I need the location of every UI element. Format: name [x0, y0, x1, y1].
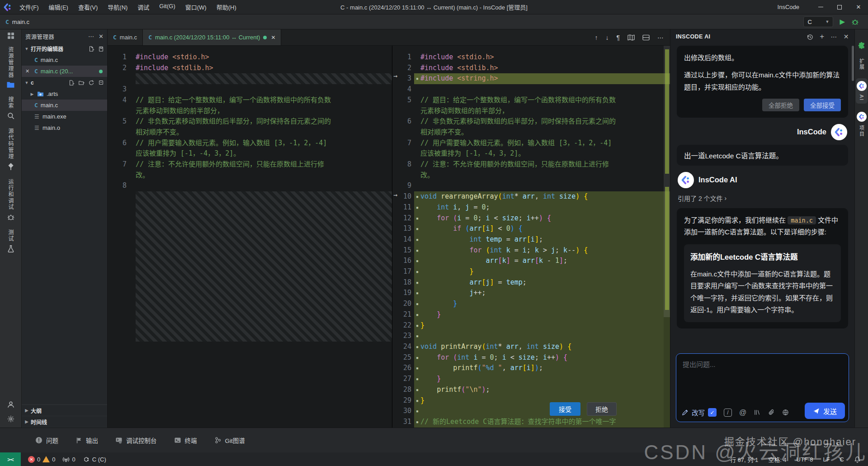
panel-tab-git-graph[interactable]: Git图谱	[214, 436, 245, 445]
code-line-modified-18[interactable]: 18▪ arr[j] = temp;	[392, 277, 670, 288]
notifications-bell-icon[interactable]	[854, 456, 861, 463]
code-line-modified-12[interactable]: 12▪ for (i = 0; i < size; i++) {	[392, 213, 670, 224]
language-select[interactable]: C ▼	[803, 16, 833, 27]
ai-panel-scrollbar[interactable]	[852, 46, 854, 81]
open-file-icon[interactable]	[627, 34, 635, 41]
code-line-modified-19[interactable]: 19▪ j++;	[392, 288, 670, 299]
previous-change-icon[interactable]: ↑	[594, 34, 598, 41]
sidebar-item-run-and-debug[interactable]: 运行和调试	[7, 177, 15, 223]
menu-item-7[interactable]: 帮助(H)	[212, 1, 241, 13]
reject-button[interactable]: 拒绝	[587, 402, 617, 416]
code-line-modified-16[interactable]: 16▪ arr[k] = arr[k - 1];	[392, 256, 670, 266]
panel-tab-problems[interactable]: 问题	[35, 436, 58, 445]
code-line-original-5[interactable]: 5// 非负数元素移动到数组的后半部分，同时保持各自元素之间的相对顺序不变。	[108, 116, 392, 138]
minimize-button[interactable]	[811, 0, 830, 14]
new-folder-icon[interactable]	[78, 80, 85, 86]
code-line-modified-5[interactable]: 5// 题目：给定一个整数数组，编写一个函数将数组中的所有负数元素移动到数组的前…	[392, 95, 670, 116]
close-panel-icon[interactable]: ✕	[844, 33, 849, 40]
menu-item-3[interactable]: 导航(N)	[104, 1, 132, 13]
new-chat-icon[interactable]: +	[820, 32, 824, 41]
code-line-modified-11[interactable]: 11▪ int i, j = 0;	[392, 202, 670, 213]
code-line-modified-27[interactable]: 27▪ }	[392, 374, 670, 385]
new-file-icon[interactable]	[68, 80, 75, 86]
maximize-button[interactable]	[830, 0, 849, 14]
code-line-modified-14[interactable]: 14▪ int temp = arr[i];	[392, 234, 670, 245]
collapse-all-icon[interactable]	[98, 80, 104, 86]
accept-button[interactable]: 接受	[550, 402, 580, 416]
menu-item-6[interactable]: 窗口(W)	[181, 1, 211, 13]
inline-view-toggle-icon[interactable]	[642, 34, 650, 41]
code-line-modified-20[interactable]: 20▪ }	[392, 299, 670, 309]
code-line-modified-29[interactable]: 29▪}	[392, 395, 670, 406]
tab-main-c[interactable]: C main.c	[108, 29, 143, 45]
menu-item-1[interactable]: 编辑(E)	[45, 1, 72, 13]
run-button[interactable]: ▶	[840, 18, 845, 26]
ai-prompt-input[interactable]: 提出问题... 改写 ✓ / @ 发送	[676, 353, 849, 422]
new-untitled-file-icon[interactable]	[88, 46, 94, 52]
history-icon[interactable]	[807, 33, 813, 40]
code-line-modified-7[interactable]: 7// 用户需要输入数组元素。例如，输入数组 [3，-1，2，-4] 应该被重排…	[392, 138, 670, 159]
code-line-original-8[interactable]: 8	[108, 181, 392, 191]
code-line-modified-15[interactable]: 15▪ for (int k = i; k > j; k--) {	[392, 245, 670, 256]
library-icon[interactable]	[754, 409, 761, 416]
code-line-original-6[interactable]: 6// 用户需要输入数组元素。例如，输入数组 [3，-1，2，-4] 应该被重排…	[108, 138, 392, 159]
open-editor-main-c-diff[interactable]: ✕ C main.c (20...	[22, 66, 107, 77]
account-icon[interactable]	[7, 400, 15, 409]
open-editors-section[interactable]: ▼ 打开的编辑器	[22, 43, 107, 54]
code-line-modified-17[interactable]: 17▪ }	[392, 266, 670, 277]
code-line-original-4[interactable]: 4// 题目：给定一个整数数组，编写一个函数将数组中的所有负数元素移动到数组的前…	[108, 95, 392, 116]
tree-item-main-o[interactable]: ☰ main.o	[22, 122, 107, 133]
eol-sequence[interactable]: LF	[823, 456, 830, 463]
panel-tab-output[interactable]: 输出	[75, 436, 98, 445]
problems-status[interactable]: ✕ 0 0	[28, 456, 55, 463]
whitespace-toggle-icon[interactable]: ¶	[616, 34, 620, 41]
sidebar-item-search[interactable]: 搜索	[7, 95, 15, 122]
panel-tab-debug-console[interactable]: 调试控制台	[115, 436, 157, 445]
rightbar-item-project[interactable]: 项目	[856, 109, 868, 140]
workspace-folder-section[interactable]: ▼ c	[22, 77, 107, 88]
close-icon[interactable]: ✕	[25, 68, 29, 74]
code-line-modified-21[interactable]: 21▪ }	[392, 309, 670, 320]
tree-item-main-c[interactable]: C main.c	[22, 100, 107, 111]
code-line-original-3[interactable]: 3	[108, 84, 392, 95]
rightbar-item-extensions[interactable]: 扩展	[856, 56, 868, 73]
sidebar-item-source-control[interactable]: 源代码管理	[7, 126, 15, 172]
slash-command-icon[interactable]: /	[724, 409, 732, 417]
cursor-position[interactable]: 行 67, 列 1	[730, 455, 758, 464]
send-button[interactable]: 发送	[805, 403, 845, 419]
code-line-modified-8[interactable]: 8// 注意：不允许使用额外的数组空间，只能在原数组上进行修改。	[392, 159, 670, 181]
code-line-modified-24[interactable]: 24▪void printArray(int* arr, int size) {	[392, 342, 670, 352]
globe-icon[interactable]	[782, 409, 789, 416]
rewrite-toggle[interactable]: 改写 ✓	[682, 408, 717, 417]
code-line-modified-28[interactable]: 28▪ printf("\n");	[392, 385, 670, 395]
code-line-modified-31[interactable]: 31▪// 新的Leetcode C语言算法题：查找字符串中的第一个唯一字符，并…	[392, 417, 670, 428]
tree-item-main-exe[interactable]: ☰ main.exe	[22, 111, 107, 122]
code-line-modified-4[interactable]: 4	[392, 84, 670, 95]
panel-tab-terminal[interactable]: 终端	[174, 436, 197, 445]
diff-original-pane[interactable]: 1#include <stdio.h>2#include <stdlib.h>3…	[108, 46, 392, 428]
code-line-modified-13[interactable]: 13▪ if (arr[i] < 0) {	[392, 223, 670, 234]
code-line-modified-26[interactable]: 26▪ printf("%d ", arr[i]);	[392, 363, 670, 374]
indentation[interactable]: 空格: 4	[768, 455, 786, 464]
code-line-original-1[interactable]: 1#include <stdio.h>	[108, 52, 392, 63]
code-line-modified-25[interactable]: 25▪ for (int i = 0; i < size; i++) {	[392, 352, 670, 363]
debug-run-button[interactable]	[851, 18, 859, 26]
tree-item-arts[interactable]: ▶ .arts	[22, 88, 107, 100]
code-line-modified-6[interactable]: 6// 非负数元素移动到数组的后半部分，同时保持各自元素之间的相对顺序不变。	[392, 116, 670, 138]
menu-item-2[interactable]: 查看(V)	[74, 1, 102, 13]
ports-status[interactable]: 0	[62, 456, 75, 463]
close-tab-icon[interactable]: ✕	[271, 34, 275, 41]
more-actions-icon[interactable]: ⋯	[88, 33, 94, 40]
extensions-icon[interactable]	[858, 42, 866, 50]
code-line-modified-22[interactable]: 22▪}	[392, 320, 670, 331]
timeline-section[interactable]: ▶ 时间线	[22, 416, 107, 428]
rewrite-checkbox[interactable]: ✓	[708, 408, 717, 417]
diff-change-arrow-icon[interactable]: →	[393, 190, 397, 201]
code-line-original-7[interactable]: 7// 注意：不允许使用额外的数组空间，只能在原数组上进行修改。	[108, 159, 392, 181]
close-sidebar-icon[interactable]: ✕	[99, 33, 104, 40]
code-line-modified-30[interactable]: 30▪	[392, 406, 670, 417]
tab-main-c-diff[interactable]: C main.c (2024/12/20 15:11:00 ↔ Current)…	[143, 29, 281, 45]
next-change-icon[interactable]: ↓	[605, 34, 609, 41]
rightbar-item-ai[interactable]: AI	[856, 78, 868, 104]
sidebar-item-testing[interactable]: 测试	[7, 228, 15, 255]
